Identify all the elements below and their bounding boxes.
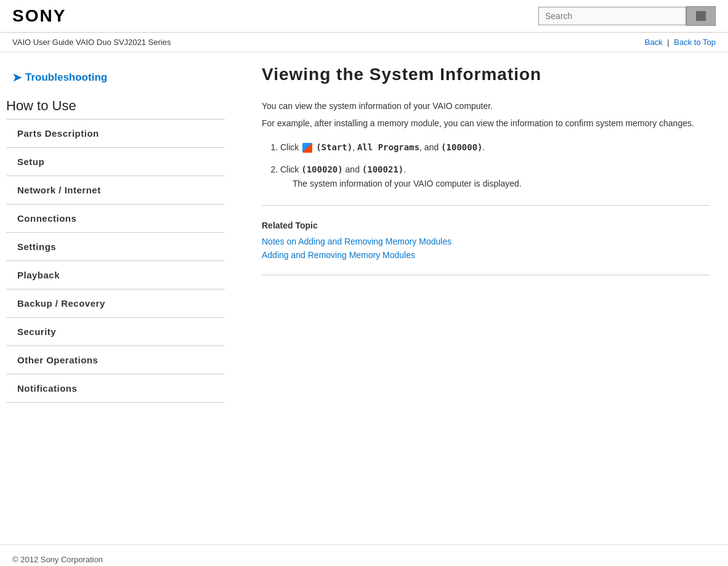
related-topic-divider-top (262, 205, 710, 206)
divider-10 (6, 402, 225, 403)
how-to-use-title: How to Use (0, 91, 231, 119)
step1-start: (Start) (316, 142, 352, 152)
sidebar-item-setup[interactable]: Setup (0, 148, 231, 176)
sidebar-item-settings[interactable]: Settings (0, 233, 231, 261)
sidebar-item-network-internet[interactable]: Network / Internet (0, 176, 231, 204)
related-topic-divider-bottom (262, 275, 710, 275)
sidebar-item-security[interactable]: Security (0, 318, 231, 346)
breadcrumb-nav: Back | Back to Top (645, 38, 716, 47)
related-link-1[interactable]: Notes on Adding and Removing Memory Modu… (262, 237, 710, 246)
breadcrumb-separator: | (667, 38, 669, 47)
troubleshooting-label: Troubleshooting (25, 71, 107, 84)
header: SONY (0, 0, 728, 33)
step-2: Click (100020) and (100021). The system … (280, 163, 710, 190)
steps-list: Click (Start), All Programs, and (100000… (280, 140, 710, 190)
copyright-text: © 2012 Sony Corporation (12, 555, 103, 564)
content-area: Viewing the System Information You can v… (231, 52, 728, 544)
search-icon (696, 11, 706, 21)
step2-code2: (100021) (362, 164, 403, 174)
intro-paragraph-1: You can view the system information of y… (262, 99, 710, 113)
step2-text: Click (100020) and (100021). (280, 164, 406, 174)
sidebar-item-connections[interactable]: Connections (0, 204, 231, 232)
intro-paragraph-2: For example, after installing a memory m… (262, 116, 710, 130)
related-topic-title: Related Topic (262, 220, 710, 230)
step2-code1: (100020) (301, 164, 342, 174)
back-link[interactable]: Back (645, 38, 663, 47)
sidebar-item-other-operations[interactable]: Other Operations (0, 346, 231, 374)
windows-icon (302, 143, 312, 153)
troubleshooting-section[interactable]: ➤ Troubleshooting (0, 65, 231, 91)
main-layout: ➤ Troubleshooting How to Use Parts Descr… (0, 52, 728, 544)
content-body: You can view the system information of y… (262, 99, 710, 131)
guide-title: VAIO User Guide VAIO Duo SVJ2021 Series (12, 38, 171, 47)
related-link-2[interactable]: Adding and Removing Memory Modules (262, 250, 710, 260)
sidebar-item-notifications[interactable]: Notifications (0, 374, 231, 402)
arrow-icon: ➤ (12, 71, 22, 84)
step2-sub: The system information of your VAIO comp… (280, 177, 710, 190)
sidebar-item-backup-recovery[interactable]: Backup / Recovery (0, 289, 231, 317)
sony-logo: SONY (12, 6, 66, 26)
back-to-top-link[interactable]: Back to Top (674, 38, 716, 47)
page-title: Viewing the System Information (262, 65, 710, 84)
breadcrumb-bar: VAIO User Guide VAIO Duo SVJ2021 Series … (0, 33, 728, 52)
search-input[interactable] (538, 7, 686, 25)
step1-text: Click (Start), All Programs, and (100000… (280, 142, 485, 152)
step1-allprograms: All Programs (357, 142, 419, 152)
search-container (538, 6, 716, 26)
sidebar-item-playback[interactable]: Playback (0, 261, 231, 289)
search-button[interactable] (686, 6, 716, 26)
step1-code: (100000) (441, 142, 482, 152)
sidebar: ➤ Troubleshooting How to Use Parts Descr… (0, 52, 231, 544)
footer: © 2012 Sony Corporation (0, 544, 728, 566)
step-1: Click (Start), All Programs, and (100000… (280, 140, 710, 154)
sidebar-item-parts-description[interactable]: Parts Description (0, 119, 231, 147)
